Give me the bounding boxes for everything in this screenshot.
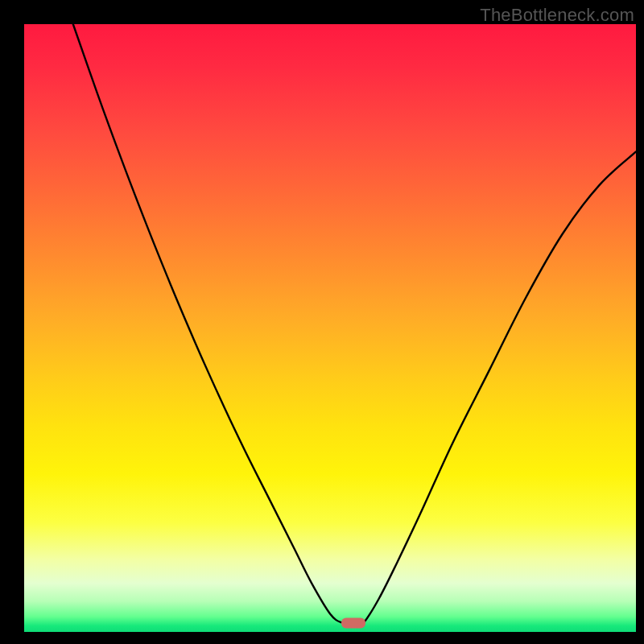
- optimal-point-marker: [341, 617, 365, 628]
- plot-area: [24, 24, 636, 632]
- chart-stage: TheBottleneck.com: [0, 0, 644, 644]
- bottleneck-curve: [24, 24, 636, 632]
- watermark-text: TheBottleneck.com: [480, 5, 634, 26]
